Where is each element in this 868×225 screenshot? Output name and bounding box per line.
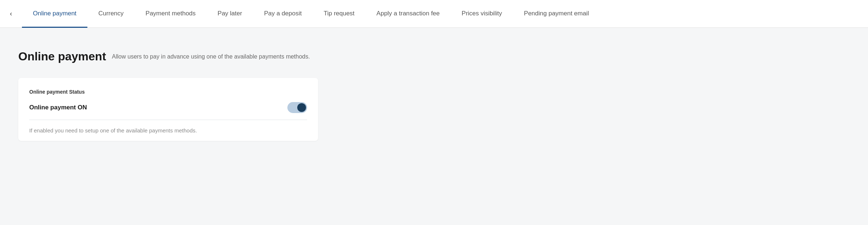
tab-prices-visibility[interactable]: Prices visibility [451,0,513,28]
tab-payment-methods[interactable]: Payment methods [135,0,207,28]
toggle-row: Online payment ON [29,102,307,120]
tab-apply-transaction-fee[interactable]: Apply a transaction fee [366,0,451,28]
main-content: Online payment Allow users to pay in adv… [0,28,868,225]
page-title: Online payment [18,50,106,63]
tab-currency[interactable]: Currency [87,0,135,28]
online-payment-card: Online payment Status Online payment ON … [18,78,318,141]
back-button[interactable]: ‹ [4,7,18,21]
toggle-thumb [297,103,306,112]
nav-bar: ‹ Online payment Currency Payment method… [0,0,868,28]
card-section-label: Online payment Status [29,89,307,95]
page-title-row: Online payment Allow users to pay in adv… [18,50,850,63]
toggle-label: Online payment ON [29,104,87,111]
card-hint: If enabled you need to setup one of the … [29,126,307,134]
page-subtitle: Allow users to pay in advance using one … [112,53,310,60]
back-icon: ‹ [10,10,12,18]
nav-tabs: Online payment Currency Payment methods … [22,0,600,27]
tab-pay-later[interactable]: Pay later [207,0,253,28]
online-payment-toggle[interactable] [287,102,307,113]
tab-pay-deposit[interactable]: Pay a deposit [253,0,313,28]
tab-tip-request[interactable]: Tip request [313,0,365,28]
tab-pending-payment-email[interactable]: Pending payment email [513,0,600,28]
tab-online-payment[interactable]: Online payment [22,0,87,28]
